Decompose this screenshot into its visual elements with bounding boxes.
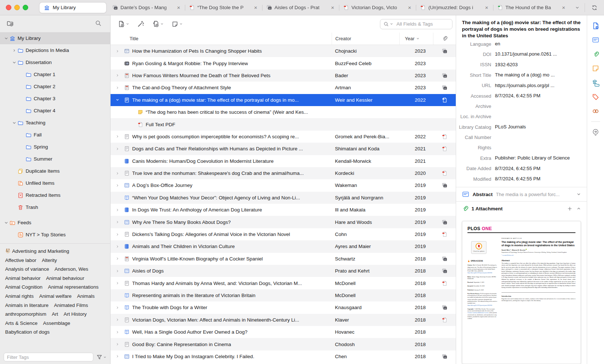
attachment-preview-card[interactable]: PLOS ONE Check for updates OPEN ACCESS C: [462, 221, 581, 364]
table-row[interactable]: True love and the nonhuman: Shakespeare'…: [111, 167, 456, 179]
item-pane-tab-notes[interactable]: [591, 64, 600, 73]
field-value[interactable]: Publisher: Public Library of Science: [495, 155, 587, 161]
search-input[interactable]: All Fields & Tags: [380, 19, 452, 29]
row-expander[interactable]: [113, 342, 122, 346]
expander[interactable]: [3, 221, 10, 225]
field-value[interactable]: 8/7/2024, 6:42:55 PM: [495, 165, 587, 172]
column-header-title[interactable]: Title: [111, 33, 332, 45]
tag-item[interactable]: Art History: [64, 310, 87, 319]
expander[interactable]: [11, 49, 18, 52]
tag-item[interactable]: Animal representations: [48, 283, 98, 292]
column-header-attachment[interactable]: [433, 33, 456, 45]
table-row[interactable]: I Tried to Make My Dog an Instagram Cele…: [111, 350, 456, 363]
tab-aisles-of-dogs-prat[interactable]: Aisles of Dogs - Prat×: [262, 0, 339, 15]
table-row[interactable]: Well, Has a Single Good Author Ever Owne…: [111, 326, 456, 338]
field-value[interactable]: en: [495, 41, 587, 47]
tag-item[interactable]: Babyfication of dogs: [5, 328, 50, 337]
item-pane-tab-related[interactable]: [591, 107, 600, 116]
row-expander[interactable]: [113, 49, 122, 53]
sync-button[interactable]: [585, 3, 604, 12]
table-row[interactable]: Aisles of DogsPrato and Kehrt2018: [111, 265, 456, 277]
table-row[interactable]: “When Your Dog Matches Your Decor”: Obje…: [111, 192, 456, 204]
table-row[interactable]: Why is pet goods consumption imperceptib…: [111, 131, 456, 143]
tab-dante-s-dogs-mang[interactable]: Dante’s Dogs - Mang×: [108, 0, 185, 15]
expander[interactable]: [3, 36, 10, 41]
sidebar-item-nyt-top-stories[interactable]: NYT > Top Stories: [0, 229, 110, 241]
field-value[interactable]: 1932-6203: [495, 61, 587, 68]
sidebar-item-duplicate-items[interactable]: Duplicate Items: [0, 165, 110, 177]
close-window-button[interactable]: [6, 5, 11, 10]
table-row[interactable]: Dickens's Talking Dogs: Allegories of An…: [111, 228, 456, 240]
zoom-window-button[interactable]: [23, 5, 28, 10]
add-attachment-plus-icon[interactable]: [567, 206, 572, 211]
sidebar-item-chapter-2[interactable]: Chapter 2: [0, 80, 110, 93]
item-pane-tab-attachments[interactable]: [591, 50, 600, 59]
tab-my-library[interactable]: My Library: [39, 2, 107, 13]
tag-item[interactable]: Animals: [77, 292, 95, 301]
field-value[interactable]: PLoS Journals: [495, 124, 587, 130]
minimize-window-button[interactable]: [14, 5, 20, 10]
row-expander[interactable]: [113, 269, 122, 273]
item-pane-tab-locate[interactable]: [591, 128, 600, 136]
table-row[interactable]: In Dogs We Trust: An Anthology of Americ…: [111, 204, 456, 216]
sidebar-item-spring[interactable]: Spring: [0, 141, 110, 153]
item-pane-tab-info[interactable]: [591, 21, 600, 30]
tabs-overflow-button[interactable]: [570, 5, 585, 10]
collection-search-button[interactable]: [95, 20, 101, 28]
tag-item[interactable]: Animal Cognition: [5, 283, 42, 292]
row-expander[interactable]: [113, 245, 122, 248]
table-row[interactable]: The making of a (dog) movie star: The ef…: [111, 94, 456, 106]
tag-item[interactable]: Animals in literature: [5, 301, 49, 310]
row-expander[interactable]: [113, 233, 122, 236]
tag-item[interactable]: Animal rights: [5, 292, 34, 301]
close-tab-icon[interactable]: ×: [177, 5, 181, 10]
sidebar-item-summer[interactable]: Summer: [0, 153, 110, 165]
column-header-year[interactable]: Year: [399, 33, 433, 45]
item-pane-tab-tags[interactable]: [591, 93, 600, 101]
abstract-section[interactable]: Abstract The media is a powerful forc...: [456, 187, 587, 201]
sidebar-item-feeds[interactable]: Feeds: [0, 217, 110, 229]
field-value[interactable]: 8/7/2024, 6:42:55 PM: [495, 93, 587, 99]
tag-item[interactable]: Anderson, Wes: [55, 265, 88, 274]
row-expander[interactable]: [113, 74, 122, 77]
tag-item[interactable]: Animated Films: [54, 301, 88, 310]
table-row[interactable]: Victorian Dogs, Victorian Men: Affect an…: [111, 314, 456, 326]
item-pane-tab-libraries-collections[interactable]: [591, 78, 600, 87]
sidebar-item-teaching[interactable]: Teaching: [0, 117, 110, 129]
row-expander[interactable]: [113, 172, 122, 175]
table-row[interactable]: Good Boy: Canine Representation in Cinem…: [111, 338, 456, 350]
row-expander[interactable]: [113, 135, 122, 138]
tag-item[interactable]: anthropomorphism: [5, 310, 46, 319]
chevron-up-icon[interactable]: [577, 206, 581, 211]
close-tab-icon[interactable]: ×: [331, 5, 335, 10]
row-expander[interactable]: [113, 257, 122, 260]
tab-un-muzzled-dogs-i[interactable]: (Un)muzzled: Dogs i×: [416, 0, 493, 15]
tag-item[interactable]: Animal behaviour: [46, 274, 84, 283]
tag-item[interactable]: Animal behavior: [5, 274, 41, 283]
tag-item[interactable]: Analysis of variance: [5, 265, 49, 274]
tag-item[interactable]: Arts & Science: [5, 319, 38, 328]
tag-filter-options-button[interactable]: [96, 354, 107, 360]
tag-item[interactable]: Affective labor: [5, 256, 36, 265]
field-value[interactable]: 8/7/2024, 6:42:55 PM: [495, 176, 587, 182]
sidebar-item-dissertation[interactable]: Dissertation: [0, 56, 110, 68]
tab-the-hound-of-the-ba[interactable]: The Hound of the Ba×: [493, 0, 570, 15]
tag-item[interactable]: Animal welfare: [39, 292, 72, 301]
table-row[interactable]: Full Text PDF: [111, 118, 456, 130]
tag-item[interactable]: Alterity: [42, 256, 57, 265]
sidebar-item-trash[interactable]: Trash: [0, 201, 110, 213]
item-pane-tab-abstract[interactable]: [591, 35, 600, 44]
sidebar-item-chapter-4[interactable]: Chapter 4: [0, 105, 110, 117]
sidebar-item-retracted-items[interactable]: Retracted Items: [0, 189, 110, 201]
row-expander[interactable]: [113, 86, 122, 90]
row-expander[interactable]: [113, 318, 122, 322]
row-expander[interactable]: [113, 184, 122, 187]
tab-victorian-dogs-victo[interactable]: Victorian Dogs, Victo×: [339, 0, 416, 15]
expander[interactable]: [11, 60, 18, 65]
table-row[interactable]: How Famous Writers Mourned the Death of …: [111, 70, 456, 82]
row-expander[interactable]: [113, 281, 122, 285]
chevron-down-icon[interactable]: [577, 192, 581, 196]
tag-item[interactable]: Advertising and Marketing: [5, 247, 69, 256]
close-tab-icon[interactable]: ×: [485, 5, 489, 10]
table-row[interactable]: Dogs and Cats and Their Relationships wi…: [111, 143, 456, 155]
